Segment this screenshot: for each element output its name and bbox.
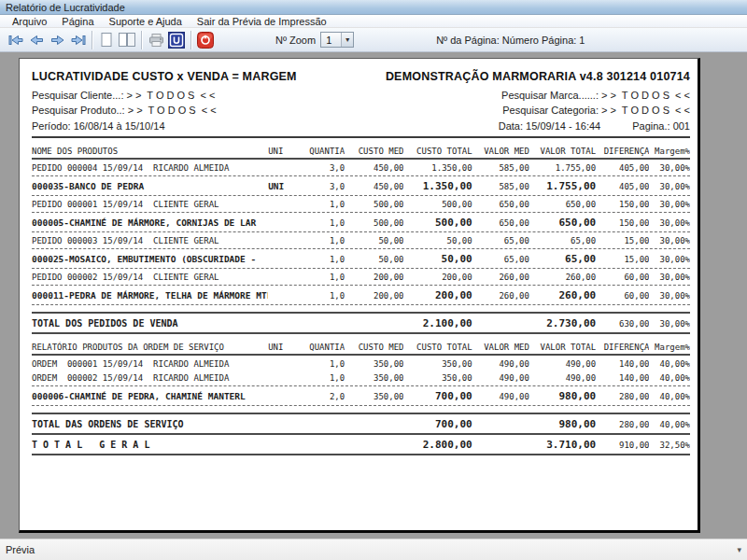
filter-produto: Pesquisar Produto..: > > T O D O S < < — [32, 103, 217, 118]
table-row: 000005-CHAMINÉ DE MÁRMORE, CORNIJAS DE L… — [32, 215, 690, 231]
first-page-button[interactable] — [6, 31, 26, 49]
single-page-view-button[interactable] — [96, 31, 117, 49]
previous-page-icon — [30, 34, 44, 47]
zoom-value: 1 — [321, 35, 341, 46]
table-cell: 490,00 — [472, 371, 529, 385]
menu-sair-da-previa[interactable]: Sair da Prévia de Impressão — [190, 15, 333, 28]
table-cell: 500,00 — [345, 198, 403, 212]
report-title-row: LUCRATIVIDADE CUSTO x VENDA = MARGEM DEM… — [32, 70, 690, 83]
table-cell: 150,00 — [596, 215, 649, 231]
table-row: 000011-PEDRA DE MÁRMORE, TELHA DE MÁRMOR… — [32, 287, 690, 304]
report-page: LUCRATIVIDADE CUSTO x VENDA = MARGEM DEM… — [19, 58, 700, 533]
table-cell: 30,00% — [649, 198, 690, 212]
table-cell: VALOR TOTAL — [529, 341, 596, 354]
table-cell: 350,00 — [345, 357, 403, 371]
toolbar-separator — [141, 31, 142, 49]
menu-pagina[interactable]: Página — [55, 15, 100, 28]
table-cell: 650,00 — [529, 198, 596, 212]
table-cell: UNI — [268, 341, 294, 354]
print-icon — [148, 33, 164, 48]
table-cell: 30,00% — [649, 161, 690, 175]
table-cell: 15,00 — [596, 251, 649, 268]
table-cell: 1.350,00 — [403, 178, 472, 195]
table-cell: 140,00 — [596, 357, 649, 371]
report-title-left: LUCRATIVIDADE CUSTO x VENDA = MARGEM — [32, 70, 297, 83]
table-cell: 405,00 — [596, 178, 649, 195]
table-row: 000006-CHAMINÉ DE PEDRA, CHAMINÉ MANTERL… — [32, 388, 690, 405]
table-cell: 500,00 — [403, 215, 472, 231]
window-titlebar: Relatório de Lucratividade — [0, 0, 747, 15]
table-cell: 350,00 — [403, 357, 472, 371]
table-cell: 490,00 — [529, 371, 596, 385]
last-page-button[interactable] — [67, 31, 88, 49]
print-button[interactable] — [146, 31, 166, 49]
table-cell: 1,0 — [294, 198, 345, 212]
table-cell: 650,00 — [472, 198, 529, 212]
table-cell: 50,00 — [345, 234, 403, 248]
preview-workarea: LUCRATIVIDADE CUSTO x VENDA = MARGEM DEM… — [0, 52, 747, 539]
table-row: PEDIDO 000001 15/09/14 CLIENTE GERAL1,05… — [32, 198, 690, 212]
filter-categoria: Pesquisar Categoria: > > T O D O S < < — [502, 103, 690, 118]
zoom-select[interactable]: 1 ▼ — [320, 32, 354, 48]
menu-arquivo[interactable]: Arquivo — [6, 15, 53, 28]
table-cell: 1,0 — [294, 271, 345, 285]
next-page-button[interactable] — [47, 31, 67, 49]
table-cell: ORDEM 000001 15/09/14 RICARDO ALMEIDA — [32, 357, 268, 371]
table-cell: 000025-MOSAICO, EMBUTIMENTO (OBSCURIDADE… — [32, 251, 268, 268]
table-cell: 350,00 — [403, 371, 472, 385]
table-cell: 1,0 — [294, 215, 345, 231]
table-cell: 60,00 — [596, 271, 649, 285]
preview-logo-button[interactable] — [166, 31, 187, 49]
table-cell: CUSTO TOTAL — [403, 341, 472, 354]
resize-grip-icon: ▾ — [737, 545, 741, 554]
table-cell: 650,00 — [529, 215, 596, 231]
table-cell: 650,00 — [472, 215, 529, 231]
report-period-row: Período: 16/08/14 à 15/10/14 Data: 15/09… — [32, 119, 690, 133]
table-row: TOTAL DOS PEDIDOS DE VENDA2.100,002.730,… — [32, 315, 690, 332]
previous-page-button[interactable] — [26, 31, 47, 49]
zoom-label: Nº Zoom — [275, 35, 316, 46]
table-cell: 30,00% — [649, 178, 690, 195]
table-cell: T O T A L G E R A L — [32, 437, 268, 454]
table-cell: NOME DOS PRODUTOS — [32, 145, 268, 158]
table-cell: 000011-PEDRA DE MÁRMORE, TELHA DE MÁRMOR… — [32, 287, 268, 304]
table-cell: UNI — [268, 178, 294, 195]
filter-cliente: Pesquisar Cliente...: > > T O D O S < < — [32, 88, 215, 103]
table-cell: 15,00 — [596, 234, 649, 248]
table-cell: 260,00 — [529, 287, 596, 304]
menu-suporte-e-ajuda[interactable]: Suporte e Ajuda — [103, 15, 189, 28]
table-cell: 50,00 — [403, 234, 472, 248]
table-cell: 000006-CHAMINÉ DE PEDRA, CHAMINÉ MANTERL — [32, 388, 268, 405]
table-cell: 200,00 — [345, 287, 403, 304]
toolbar-separator — [92, 31, 92, 49]
table-row: T O T A L G E R A L2.800,003.710,00910,0… — [32, 437, 690, 454]
table-row: PEDIDO 000003 15/09/14 CLIENTE GERAL1,05… — [32, 234, 690, 248]
table-cell: 40,00% — [649, 357, 690, 371]
report-table: NOME DOS PRODUTOSUNIQUANTIACUSTO MEDCUST… — [32, 145, 690, 457]
table-cell: 450,00 — [345, 161, 403, 175]
table-cell: TOTAL DOS PEDIDOS DE VENDA — [32, 315, 268, 332]
report-periodo: Período: 16/08/14 à 15/10/14 — [32, 119, 165, 133]
table-cell: UNI — [268, 145, 294, 158]
table-cell: 40,00% — [649, 416, 690, 433]
chevron-down-icon[interactable]: ▼ — [341, 33, 353, 47]
table-cell: 60,00 — [596, 287, 649, 304]
table-cell: QUANTIA — [294, 341, 345, 354]
table-cell: 260,00 — [472, 271, 529, 285]
table-cell: 980,00 — [529, 388, 596, 405]
report-pagina: Pagina.: 001 — [632, 119, 690, 133]
table-cell: VALOR TOTAL — [529, 145, 596, 158]
table-cell: 450,00 — [345, 178, 403, 195]
table-cell: QUANTIA — [294, 145, 345, 158]
table-cell: 630,00 — [596, 315, 649, 332]
table-cell: 490,00 — [472, 388, 529, 405]
table-cell: 65,00 — [472, 234, 529, 248]
window-title: Relatório de Lucratividade — [6, 2, 125, 13]
table-row: ORDEM 000002 15/09/14 RICARDO ALMEIDA1,0… — [32, 371, 690, 385]
row-separator — [32, 454, 690, 457]
exit-preview-button[interactable] — [195, 31, 216, 49]
menu-bar: Arquivo Página Suporte e Ajuda Sair da P… — [0, 15, 747, 28]
two-page-view-button[interactable] — [117, 31, 137, 49]
table-cell: 280,00 — [596, 416, 649, 433]
last-page-icon — [70, 34, 86, 47]
